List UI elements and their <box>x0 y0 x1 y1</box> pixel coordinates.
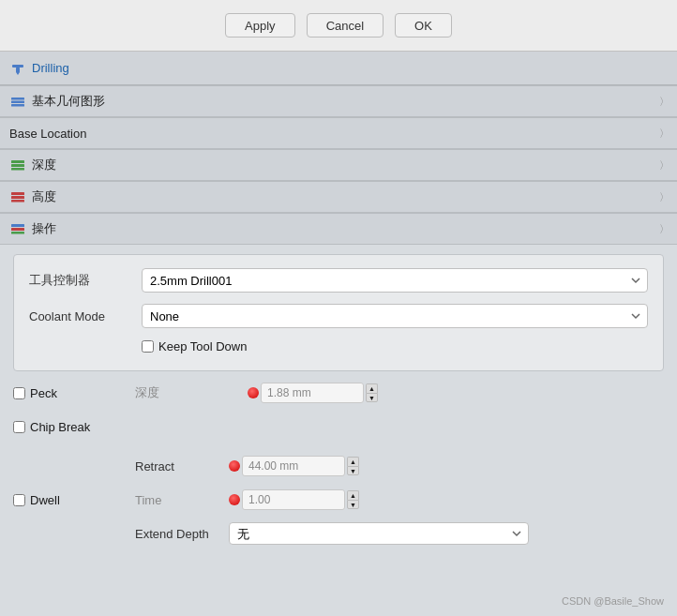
chip-break-checkbox[interactable] <box>13 421 25 433</box>
depth-chevron: 〉 <box>659 158 669 173</box>
height-icon <box>9 188 26 205</box>
base-location-label: Base Location <box>9 127 86 141</box>
section-basic-geometry[interactable]: 基本几何图形 〉 <box>0 85 677 117</box>
extend-depth-select[interactable]: 无 Auto <box>229 522 529 545</box>
keep-tool-down-row: Keep Tool Down <box>29 339 648 353</box>
peck-depth-up[interactable]: ▲ <box>366 383 378 393</box>
svg-rect-11 <box>11 200 24 203</box>
operation-label: 操作 <box>32 220 56 237</box>
section-operation[interactable]: 操作 〉 <box>0 213 677 245</box>
svg-rect-12 <box>11 224 24 227</box>
drilling-title: Drilling <box>32 61 69 75</box>
extend-depth-row: Extend Depth 无 Auto <box>13 521 664 546</box>
retract-label: Retract <box>135 459 229 473</box>
basic-geometry-icon <box>9 93 26 110</box>
peck-depth-value-col: ▲ ▼ <box>248 383 664 403</box>
dwell-checkbox[interactable] <box>13 494 25 506</box>
svg-rect-6 <box>11 160 24 163</box>
dwell-time-label: Time <box>135 493 229 507</box>
svg-rect-7 <box>11 164 24 167</box>
dwell-time-up[interactable]: ▲ <box>347 490 359 500</box>
peck-depth-down[interactable]: ▼ <box>366 393 378 402</box>
svg-rect-13 <box>11 228 24 231</box>
svg-rect-1 <box>16 68 20 72</box>
tool-controller-select[interactable]: 2.5mm Drill001 <box>142 268 648 293</box>
retract-input[interactable] <box>242 456 345 476</box>
svg-rect-0 <box>12 65 23 68</box>
peck-label: Peck <box>30 386 57 400</box>
coolant-mode-label: Coolant Mode <box>29 309 142 323</box>
svg-rect-3 <box>11 98 24 100</box>
peck-depth-label-col: 深度 <box>135 384 248 401</box>
apply-button[interactable]: Apply <box>225 13 295 38</box>
retract-up[interactable]: ▲ <box>347 457 359 466</box>
basic-geometry-label: 基本几何图形 <box>32 93 105 110</box>
top-bar: Apply Cancel OK <box>0 0 677 52</box>
keep-tool-down-checkbox[interactable] <box>142 340 154 353</box>
peck-checkbox[interactable] <box>13 387 25 399</box>
basic-geometry-chevron: 〉 <box>659 95 669 109</box>
dwell-time-input-group: ▲ ▼ <box>229 489 359 510</box>
chip-break-row: Chip Break <box>13 414 664 439</box>
svg-marker-2 <box>16 72 20 75</box>
tool-controller-label: 工具控制器 <box>29 272 142 289</box>
keep-tool-down-label: Keep Tool Down <box>158 339 247 353</box>
dwell-label: Dwell <box>30 493 60 507</box>
depth-icon <box>9 157 26 173</box>
drilling-icon <box>9 60 26 77</box>
coolant-mode-select[interactable]: None Flood Mist <box>142 304 648 328</box>
chip-break-check-col: Chip Break <box>13 420 135 434</box>
ok-button[interactable]: OK <box>395 13 452 38</box>
svg-rect-10 <box>11 196 24 199</box>
section-base-location[interactable]: Base Location 〉 <box>0 117 677 149</box>
chip-break-label: Chip Break <box>30 420 90 434</box>
retract-down[interactable]: ▼ <box>347 466 359 475</box>
section-height[interactable]: 高度 〉 <box>0 181 677 213</box>
extend-depth-label: Extend Depth <box>135 527 229 541</box>
peck-row: Peck 深度 ▲ ▼ <box>13 381 664 405</box>
dwell-time-red-dot <box>229 494 240 505</box>
retract-input-group: ▲ ▼ <box>229 456 359 476</box>
peck-depth-input-group: ▲ ▼ <box>248 383 378 403</box>
drilling-header: Drilling <box>0 52 677 85</box>
svg-rect-4 <box>11 101 24 104</box>
dwell-time-down[interactable]: ▼ <box>347 500 359 509</box>
dwell-row: Dwell Time ▲ ▼ <box>13 488 664 512</box>
operation-icon <box>9 220 26 237</box>
dwell-check-col: Dwell <box>13 493 135 507</box>
svg-rect-14 <box>11 232 24 234</box>
retract-row: Retract ▲ ▼ <box>13 454 664 478</box>
main-content: Drilling 基本几何图形 〉 Base Location 〉 深度 〉 <box>0 52 677 616</box>
base-location-chevron: 〉 <box>659 127 669 141</box>
svg-rect-5 <box>11 104 24 107</box>
peck-depth-spinner[interactable]: ▲ ▼ <box>366 383 378 402</box>
operations-area: Peck 深度 ▲ ▼ Chip Break <box>0 381 677 564</box>
tool-controller-row: 工具控制器 2.5mm Drill001 <box>29 268 648 293</box>
peck-depth-red-dot <box>248 387 259 398</box>
operation-chevron: 〉 <box>659 222 669 236</box>
depth-label: 深度 <box>32 157 56 173</box>
content-panel: 工具控制器 2.5mm Drill001 Coolant Mode None F… <box>13 254 664 371</box>
watermark: CSDN @Basile_Show <box>562 595 664 607</box>
peck-depth-input[interactable] <box>261 383 364 403</box>
svg-rect-8 <box>11 168 24 171</box>
peck-check-col: Peck <box>13 386 135 400</box>
dwell-time-spinner[interactable]: ▲ ▼ <box>347 490 359 509</box>
retract-spinner[interactable]: ▲ ▼ <box>347 457 359 475</box>
coolant-mode-row: Coolant Mode None Flood Mist <box>29 304 648 328</box>
section-depth[interactable]: 深度 〉 <box>0 149 677 181</box>
retract-red-dot <box>229 460 240 472</box>
cancel-button[interactable]: Cancel <box>307 13 384 38</box>
dwell-time-input[interactable] <box>242 489 345 510</box>
svg-rect-9 <box>11 192 24 195</box>
height-label: 高度 <box>32 188 56 205</box>
height-chevron: 〉 <box>659 190 669 204</box>
peck-depth-label: 深度 <box>135 385 159 399</box>
